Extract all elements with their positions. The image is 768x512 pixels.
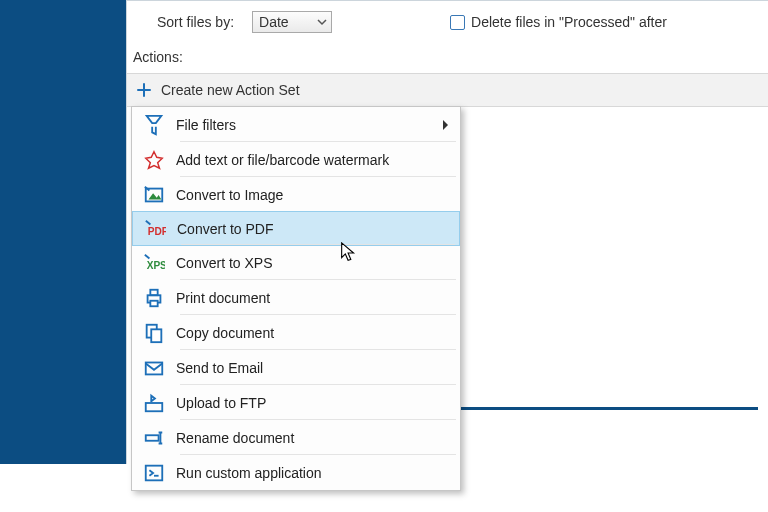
menu-item-rename[interactable]: Rename document [132,420,460,455]
menu-item-watermark[interactable]: Add text or file/barcode watermark [132,142,460,177]
menu-item-label: Add text or file/barcode watermark [176,152,460,168]
menu-item-copy[interactable]: Copy document [132,315,460,350]
svg-marker-2 [149,193,162,199]
xps-icon: XPS [143,252,165,274]
create-action-set-button[interactable]: Create new Action Set [127,73,768,107]
menu-item-file-filters[interactable]: File filters [132,107,460,142]
ftp-icon [143,392,165,414]
menu-item-ftp[interactable]: Upload to FTP [132,385,460,420]
email-icon [143,357,165,379]
menu-item-convert-pdf[interactable]: PDF Convert to PDF [132,211,460,246]
menu-item-convert-image[interactable]: Convert to Image [132,177,460,212]
delete-processed-label: Delete files in "Processed" after [471,14,667,30]
rename-icon [143,427,165,449]
sort-row: Sort files by: Date Delete files in "Pro… [127,1,768,43]
menu-item-label: Upload to FTP [176,395,460,411]
chevron-down-icon [317,17,327,27]
svg-rect-6 [150,289,157,295]
run-app-icon [143,462,165,484]
menu-item-label: Send to Email [176,360,460,376]
svg-rect-12 [146,435,159,441]
menu-item-label: Copy document [176,325,460,341]
menu-item-run-app[interactable]: Run custom application [132,455,460,490]
svg-rect-9 [151,329,161,342]
menu-item-label: Convert to XPS [176,255,460,271]
pdf-icon: PDF [144,218,166,240]
print-icon [143,287,165,309]
filter-icon [143,114,165,136]
copy-icon [143,322,165,344]
create-action-set-label: Create new Action Set [161,82,300,98]
menu-item-print[interactable]: Print document [132,280,460,315]
sort-label: Sort files by: [157,14,234,30]
image-icon [143,184,165,206]
left-sidebar [0,0,126,464]
menu-item-label: File filters [176,117,460,133]
menu-item-email[interactable]: Send to Email [132,350,460,385]
actions-heading: Actions: [127,43,768,73]
menu-item-label: Print document [176,290,460,306]
menu-item-label: Rename document [176,430,460,446]
sort-select[interactable]: Date [252,11,332,33]
svg-rect-7 [150,300,157,306]
svg-rect-11 [146,403,163,411]
actions-context-menu: File filters Add text or file/barcode wa… [131,106,461,491]
menu-item-label: Convert to Image [176,187,460,203]
checkbox-box [450,15,465,30]
svg-text:XPS: XPS [147,260,165,271]
watermark-icon [143,149,165,171]
sort-selected-value: Date [259,14,289,30]
menu-item-label: Convert to PDF [177,221,459,237]
menu-item-label: Run custom application [176,465,460,481]
plus-icon [137,83,151,97]
menu-item-convert-xps[interactable]: XPS Convert to XPS [132,245,460,280]
delete-processed-checkbox[interactable]: Delete files in "Processed" after [450,14,667,30]
svg-text:PDF: PDF [148,226,166,237]
submenu-arrow-icon [443,120,448,130]
svg-marker-0 [146,151,163,168]
